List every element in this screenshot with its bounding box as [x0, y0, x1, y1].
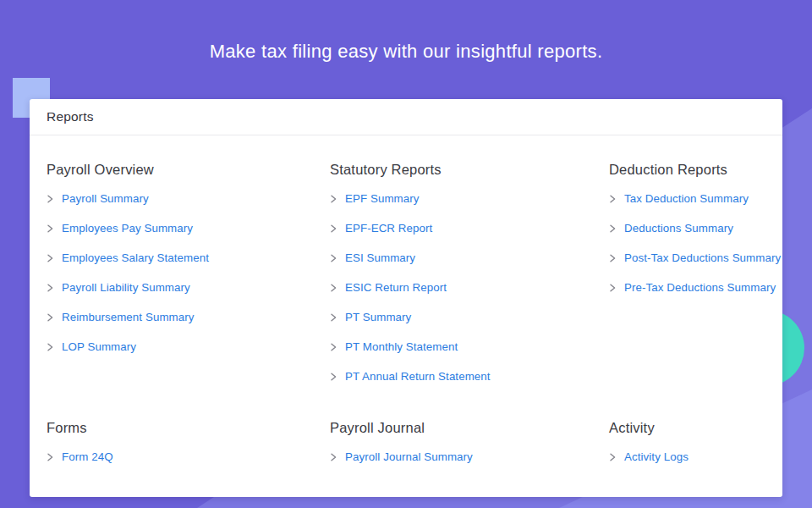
report-link[interactable]: Form 24Q — [47, 443, 330, 472]
report-link[interactable]: Payroll Journal Summary — [330, 443, 609, 472]
report-link-label: Tax Deduction Summary — [624, 193, 749, 205]
report-link-label: Employees Salary Statement — [62, 252, 209, 264]
chevron-right-icon — [47, 284, 54, 292]
chevron-right-icon — [330, 453, 337, 461]
section-title: Deduction Reports — [609, 161, 781, 178]
reports-card: Reports Payroll OverviewPayroll SummaryE… — [30, 99, 782, 497]
chevron-right-icon — [609, 453, 617, 461]
chevron-right-icon — [609, 284, 617, 292]
report-link-list: Payroll SummaryEmployees Pay SummaryEmpl… — [47, 185, 330, 362]
report-link-label: PT Annual Return Statement — [345, 371, 491, 383]
report-link-label: Employees Pay Summary — [62, 223, 193, 235]
report-link[interactable]: PT Summary — [330, 303, 609, 333]
chevron-right-icon — [330, 313, 337, 322]
report-link-label: Post-Tax Deductions Summary — [624, 252, 781, 264]
report-section: Payroll OverviewPayroll SummaryEmployees… — [47, 161, 330, 392]
section-title: Forms — [47, 419, 330, 436]
report-link[interactable]: Tax Deduction Summary — [609, 185, 781, 214]
report-link-list: Activity Logs — [609, 443, 781, 472]
hero-title: Make tax filing easy with our insightful… — [0, 39, 812, 64]
report-section: Statutory ReportsEPF SummaryEPF-ECR Repo… — [330, 161, 609, 392]
chevron-right-icon — [47, 254, 54, 262]
report-section: ActivityActivity Logs — [609, 419, 781, 472]
report-link-label: ESI Summary — [345, 252, 415, 264]
report-link-label: EPF-ECR Report — [345, 223, 432, 235]
report-link[interactable]: PT Annual Return Statement — [330, 362, 609, 392]
report-link-label: Deductions Summary — [624, 223, 733, 235]
section-title: Activity — [609, 419, 781, 436]
report-link-list: Form 24Q — [47, 443, 330, 472]
report-link-label: ESIC Return Report — [345, 282, 447, 294]
report-link-label: LOP Summary — [62, 341, 136, 353]
report-link[interactable]: LOP Summary — [47, 333, 330, 362]
report-link-label: PT Monthly Statement — [345, 341, 458, 353]
report-link[interactable]: Employees Salary Statement — [47, 244, 330, 273]
chevron-right-icon — [47, 195, 54, 203]
chevron-right-icon — [330, 195, 337, 203]
report-link-label: PT Summary — [345, 312, 411, 323]
report-link-label: Activity Logs — [624, 451, 689, 463]
chevron-right-icon — [47, 224, 54, 233]
chevron-right-icon — [609, 254, 617, 262]
report-section: FormsForm 24Q — [47, 419, 330, 472]
card-title: Reports — [47, 109, 94, 124]
report-link-label: Payroll Liability Summary — [62, 282, 190, 294]
card-header: Reports — [30, 99, 782, 135]
report-link[interactable]: Pre-Tax Deductions Summary — [609, 273, 781, 303]
report-section: Deduction ReportsTax Deduction SummaryDe… — [609, 161, 781, 392]
report-link[interactable]: EPF-ECR Report — [330, 214, 609, 244]
report-link[interactable]: EPF Summary — [330, 185, 609, 214]
chevron-right-icon — [609, 224, 617, 233]
report-link-list: EPF SummaryEPF-ECR ReportESI SummaryESIC… — [330, 185, 609, 392]
report-link[interactable]: ESI Summary — [330, 244, 609, 273]
chevron-right-icon — [47, 343, 54, 351]
chevron-right-icon — [330, 224, 337, 233]
reports-grid: Payroll OverviewPayroll SummaryEmployees… — [30, 135, 782, 472]
report-link-list: Payroll Journal Summary — [330, 443, 609, 472]
report-link[interactable]: Payroll Summary — [47, 185, 330, 214]
chevron-right-icon — [47, 313, 54, 322]
chevron-right-icon — [330, 254, 337, 262]
chevron-right-icon — [47, 453, 54, 461]
chevron-right-icon — [609, 195, 617, 203]
report-link-label: Form 24Q — [62, 451, 113, 463]
report-link[interactable]: Post-Tax Deductions Summary — [609, 244, 781, 273]
report-link-label: Payroll Journal Summary — [345, 451, 473, 463]
report-link-list: Tax Deduction SummaryDeductions SummaryP… — [609, 185, 781, 303]
report-link[interactable]: PT Monthly Statement — [330, 333, 609, 362]
report-link-label: Payroll Summary — [62, 193, 149, 205]
section-title: Payroll Journal — [330, 419, 609, 436]
report-link[interactable]: Payroll Liability Summary — [47, 273, 330, 303]
report-link-label: EPF Summary — [345, 193, 420, 205]
section-title: Statutory Reports — [330, 161, 609, 178]
chevron-right-icon — [330, 284, 337, 292]
report-link[interactable]: Deductions Summary — [609, 214, 781, 244]
chevron-right-icon — [330, 343, 337, 351]
chevron-right-icon — [330, 373, 337, 381]
report-link[interactable]: Reimbursement Summary — [47, 303, 330, 333]
section-title: Payroll Overview — [47, 161, 330, 178]
report-link[interactable]: ESIC Return Report — [330, 273, 609, 303]
report-link-label: Pre-Tax Deductions Summary — [624, 282, 776, 294]
report-link[interactable]: Activity Logs — [609, 443, 781, 472]
report-link[interactable]: Employees Pay Summary — [47, 214, 330, 244]
report-section: Payroll JournalPayroll Journal Summary — [330, 419, 609, 472]
report-link-label: Reimbursement Summary — [62, 312, 195, 323]
